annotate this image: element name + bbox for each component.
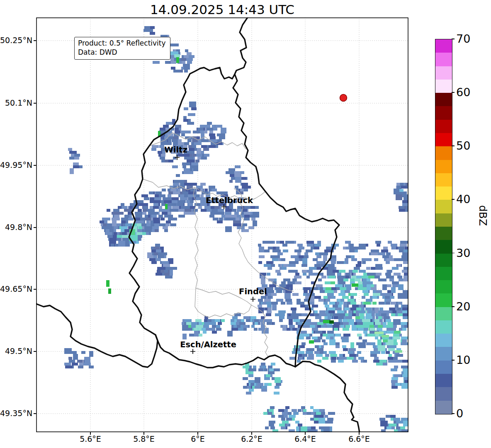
radar-cell: [397, 310, 402, 313]
radar-cell: [386, 325, 391, 328]
radar-cell: [64, 348, 71, 354]
radar-cell: [401, 255, 408, 261]
radar-cell: [242, 229, 249, 232]
radar-cell: [153, 218, 160, 223]
radar-cell: [244, 212, 251, 215]
radar-cell: [185, 142, 190, 145]
radar-cell: [299, 255, 304, 258]
radar-cell: [333, 305, 338, 308]
radar-cell: [386, 319, 391, 322]
grid-lines: [36, 17, 408, 432]
radar-cell: [304, 322, 310, 325]
radar-cell: [277, 290, 282, 293]
colorbar-segment: [435, 320, 452, 334]
radar-cell: [110, 241, 117, 244]
radar-cell: [156, 191, 159, 194]
radar-cell: [73, 354, 78, 360]
radar-cell: [170, 44, 177, 46]
radar-cell: [186, 322, 192, 325]
radar-cell: [261, 296, 267, 299]
colorbar-segment: [435, 401, 452, 414]
colorbar-segment: [435, 200, 452, 213]
radar-cell: [179, 142, 184, 145]
radar-cell: [340, 325, 344, 328]
radar-cell: [399, 189, 403, 192]
radar-cell: [342, 296, 349, 299]
radar-cell: [70, 168, 74, 174]
radar-cell: [386, 293, 392, 296]
radar-cell: [270, 426, 275, 429]
radar-cell: [193, 131, 199, 133]
radar-cell: [403, 368, 409, 371]
radar-cell: [77, 360, 83, 363]
radar-cell: [148, 212, 153, 215]
district-border-path: [193, 187, 198, 288]
radar-cell: [174, 139, 177, 145]
radar-cell: [387, 426, 391, 429]
radar-cell: [345, 276, 349, 278]
radar-cell: [234, 212, 239, 215]
radar-cell: [379, 302, 384, 305]
radar-cell: [386, 261, 390, 264]
radar-cell: [397, 264, 401, 267]
radar-cell: [393, 337, 401, 339]
colorbar-segment: [435, 173, 452, 186]
radar-cell: [319, 313, 323, 316]
radar-cell: [329, 351, 336, 354]
radar-cell: [326, 247, 332, 249]
radar-cell: [271, 363, 275, 366]
colorbar-segment: [435, 374, 452, 387]
radar-cell: [305, 305, 309, 308]
radar-cell: [181, 206, 188, 209]
radar-cell: [348, 310, 352, 313]
radar-cell: [344, 308, 349, 310]
radar-cell: [267, 287, 273, 290]
radar-cell: [297, 360, 301, 363]
radar-cell: [76, 165, 80, 168]
y-tick-label: 49.8°N: [0, 223, 32, 232]
radar-cell: [403, 371, 408, 374]
radar-cell: [144, 26, 150, 29]
radar-cell: [117, 223, 121, 226]
radar-cell: [181, 131, 187, 133]
x-tick-label: 6.6°E: [340, 434, 378, 443]
radar-cell: [289, 357, 295, 360]
radar-cell: [187, 61, 192, 64]
radar-cell: [271, 415, 275, 418]
radar-cell: [267, 302, 271, 305]
radar-cell: [170, 223, 176, 226]
radar-cell: [335, 345, 340, 348]
radar-cell: [307, 348, 314, 351]
radar-cell: [287, 284, 292, 287]
radar-cell: [300, 345, 305, 348]
radar-cell: [279, 424, 285, 426]
radar-cell: [362, 290, 369, 293]
y-tick-mark: [34, 40, 36, 41]
radar-cell: [158, 151, 162, 154]
radar-cell: [379, 278, 386, 281]
radar-cell: [394, 189, 400, 194]
radar-cell: [402, 252, 409, 255]
x-tick-label: 5.6°E: [72, 434, 109, 443]
radar-cell: [157, 267, 163, 270]
colorbar-tick-mark: [452, 145, 455, 146]
radar-cell: [228, 168, 235, 171]
radar-cell: [304, 334, 309, 337]
radar-cell: [324, 415, 328, 418]
radar-cell: [357, 334, 362, 337]
radar-cell: [303, 409, 306, 412]
radar-cell: [192, 145, 196, 148]
radar-cell: [195, 160, 199, 162]
radar-cell: [258, 244, 261, 247]
radar-cell: [261, 363, 266, 366]
city-label-esch-alzette: Esch/Alzette: [180, 340, 236, 349]
radar-cell: [297, 351, 304, 354]
radar-cell: [181, 133, 185, 136]
radar-cell: [402, 305, 408, 308]
radar-cell: [217, 220, 223, 223]
radar-cell: [373, 360, 379, 363]
radar-cell: [162, 261, 169, 264]
radar-cell: [266, 374, 270, 377]
colorbar-segment: [435, 361, 452, 374]
radar-cell: [144, 197, 149, 200]
